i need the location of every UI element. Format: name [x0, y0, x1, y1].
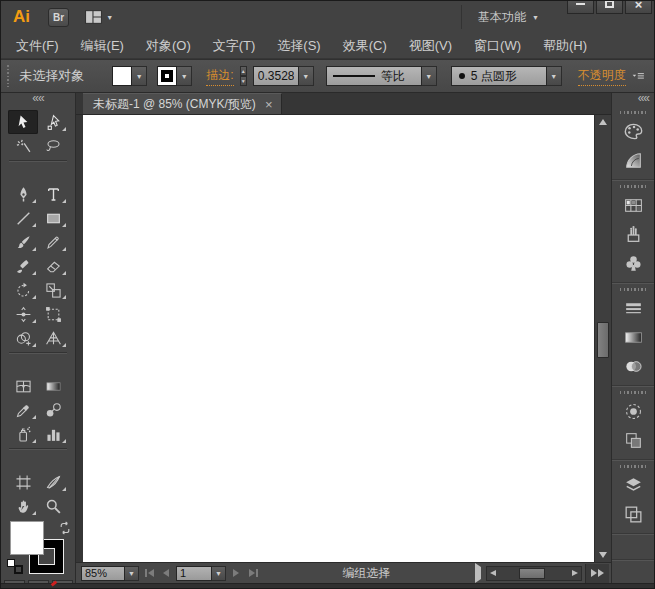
arrange-documents-button[interactable]: ▼ [85, 7, 113, 27]
status-flyout-button[interactable] [475, 567, 481, 579]
width-tool[interactable] [8, 302, 38, 326]
rotate-tool[interactable] [8, 278, 38, 302]
artboard-number-dropdown[interactable]: ▼ [212, 566, 226, 581]
symbol-sprayer-tool[interactable] [8, 422, 38, 446]
scroll-up-button[interactable] [595, 115, 611, 129]
shape-builder-tool[interactable] [8, 326, 38, 350]
swatches-panel-button[interactable] [619, 191, 647, 219]
menu-item-window[interactable]: 窗口(W) [463, 33, 532, 58]
brush-definition-value[interactable]: 5 点圆形 [451, 66, 547, 86]
brushes-panel-button[interactable] [619, 220, 647, 248]
menu-item-select[interactable]: 选择(S) [266, 33, 331, 58]
eyedropper-tool[interactable] [8, 398, 38, 422]
mesh-tool[interactable] [8, 374, 38, 398]
perspective-grid-tool[interactable] [38, 326, 68, 350]
pen-tool[interactable] [8, 182, 38, 206]
scroll-down-button[interactable] [595, 548, 611, 562]
scroll-left-button[interactable] [487, 567, 499, 580]
stroke-weight-input[interactable] [253, 66, 299, 86]
zoom-level-dropdown[interactable]: ▼ [125, 566, 139, 581]
last-artboard-button[interactable] [246, 567, 260, 580]
default-fill-stroke-icon[interactable] [7, 559, 23, 574]
horizontal-scroll-thumb[interactable] [519, 568, 545, 579]
fill-proxy-swatch[interactable] [10, 521, 44, 555]
blend-tool[interactable] [38, 398, 68, 422]
scroll-right-button[interactable] [569, 567, 581, 580]
graphic-styles-panel-button[interactable] [619, 426, 647, 454]
zoom-level-input[interactable] [81, 566, 125, 581]
horizontal-scroll-track[interactable] [499, 567, 569, 580]
menu-item-effect[interactable]: 效果(C) [332, 33, 398, 58]
color-guide-panel-button[interactable] [619, 146, 647, 174]
tab-close-icon[interactable]: × [265, 98, 273, 111]
line-segment-tool[interactable] [8, 206, 38, 230]
previous-artboard-button[interactable] [159, 567, 173, 580]
fill-color-swatch[interactable] [112, 66, 132, 86]
stroke-panel-link[interactable]: 描边: [206, 67, 233, 86]
first-artboard-button[interactable] [142, 567, 156, 580]
vertical-scroll-thumb[interactable] [597, 322, 609, 358]
artboard-tool[interactable] [8, 470, 38, 494]
maximize-button[interactable] [596, 0, 623, 14]
width-profile-dropdown[interactable]: ▼ [422, 66, 437, 86]
free-transform-tool[interactable] [38, 302, 68, 326]
menu-item-type[interactable]: 文字(T) [202, 33, 267, 58]
document-tab[interactable]: 未标题-1 @ 85% (CMYK/预览) × [83, 93, 282, 114]
artboards-panel-button[interactable] [619, 500, 647, 528]
stroke-weight-dropdown[interactable]: ▼ [299, 66, 314, 86]
brush-definition-dropdown[interactable]: ▼ [547, 66, 562, 86]
eraser-tool[interactable] [38, 254, 68, 278]
artboard-canvas[interactable] [83, 115, 594, 562]
dock-group-grip[interactable] [620, 288, 646, 291]
collapse-dock-button[interactable]: «« [612, 93, 654, 106]
fill-color-dropdown[interactable]: ▼ [132, 66, 147, 86]
menu-item-help[interactable]: 帮助(H) [532, 33, 598, 58]
close-button[interactable]: × [625, 0, 652, 14]
magic-wand-tool[interactable] [8, 134, 38, 158]
column-graph-tool[interactable] [38, 422, 68, 446]
next-artboard-button[interactable] [229, 567, 243, 580]
artboard-number-input[interactable] [176, 566, 212, 581]
scale-tool[interactable] [38, 278, 68, 302]
layers-panel-button[interactable] [619, 471, 647, 499]
pencil-tool[interactable] [38, 230, 68, 254]
symbols-panel-button[interactable] [619, 249, 647, 277]
stroke-panel-button[interactable] [619, 294, 647, 322]
control-panel-menu-icon[interactable] [632, 69, 644, 83]
transparency-panel-button[interactable] [619, 352, 647, 380]
appearance-panel-button[interactable] [619, 397, 647, 425]
direct-selection-tool[interactable] [38, 110, 68, 134]
slice-tool[interactable] [38, 470, 68, 494]
rectangle-tool[interactable] [38, 206, 68, 230]
vertical-scroll-track[interactable] [595, 129, 611, 548]
menu-item-view[interactable]: 视图(V) [398, 33, 463, 58]
dock-group-grip[interactable] [620, 391, 646, 394]
launch-bridge-button[interactable]: Br [48, 8, 69, 27]
dock-group-grip[interactable] [620, 465, 646, 468]
minimize-button[interactable] [567, 0, 594, 14]
swap-fill-stroke-icon[interactable] [58, 521, 72, 535]
stepper-up-button[interactable]: ▲ [240, 66, 247, 76]
selection-tool[interactable] [8, 110, 38, 134]
stroke-color-dropdown[interactable]: ▼ [177, 66, 192, 86]
collapse-tools-panel-button[interactable]: «« [1, 93, 75, 104]
hand-tool[interactable] [8, 494, 38, 518]
workspace-switcher[interactable]: 基本功能 ▼ [461, 5, 553, 29]
opacity-panel-link[interactable]: 不透明度 [578, 67, 626, 86]
menu-item-object[interactable]: 对象(O) [135, 33, 202, 58]
gradient-tool[interactable] [38, 374, 68, 398]
controlbar-grip[interactable] [7, 65, 9, 87]
blob-brush-tool[interactable] [8, 254, 38, 278]
zoom-tool[interactable] [38, 494, 68, 518]
width-profile-value[interactable]: 等比 [326, 66, 422, 86]
stepper-down-button[interactable]: ▼ [240, 76, 247, 86]
color-panel-button[interactable] [619, 117, 647, 145]
vertical-scrollbar[interactable] [594, 115, 611, 562]
menu-item-edit[interactable]: 编辑(E) [70, 33, 135, 58]
dock-group-grip[interactable] [620, 111, 646, 114]
horizontal-scrollbar[interactable] [486, 566, 582, 581]
stroke-color-swatch[interactable] [157, 66, 177, 86]
type-tool[interactable] [38, 182, 68, 206]
gradient-panel-button[interactable] [619, 323, 647, 351]
paintbrush-tool[interactable] [8, 230, 38, 254]
